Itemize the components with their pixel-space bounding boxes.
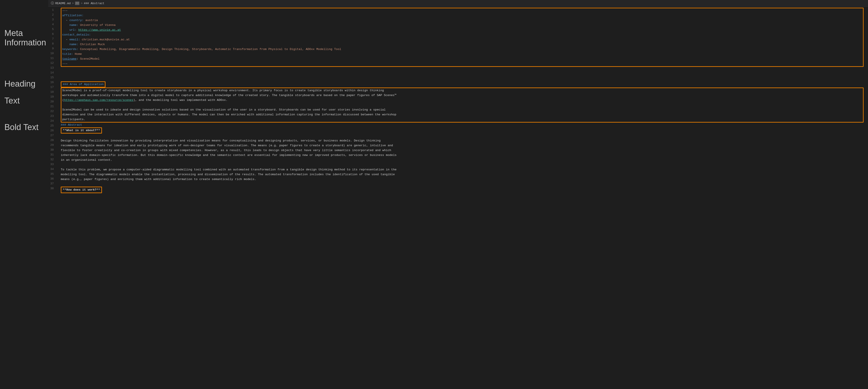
line-number-22: 22 [48, 109, 56, 114]
md-icon: ## [75, 2, 80, 5]
line-number-13: 13 [48, 66, 56, 70]
code-line-12: --- [62, 61, 862, 66]
code-line-1: --- [62, 8, 862, 13]
line-number-24: 24 [48, 119, 56, 124]
code-lines[interactable]: --- affiliation: - country: austria name… [58, 7, 868, 389]
line-number-19: 19 [48, 95, 56, 99]
line-number-4: 4 [48, 22, 56, 27]
line-number-15: 15 [48, 75, 56, 80]
code-line-26 [61, 134, 868, 138]
separator-2: > [81, 2, 83, 5]
code-line-29: flexible to foster creativity and co-cre… [61, 148, 868, 153]
annotation-panel: Meta Information Heading Text Bold Text [0, 0, 48, 389]
code-line-19: (https://apphaus.sap.com/resource/scenes… [62, 98, 862, 103]
line-number-25: 25 [48, 124, 56, 128]
editor-area: ⓘ README.md > ## > ### Abstract 12345678… [48, 0, 868, 389]
line-numbers: 1234567891011121314151617181920212223242… [48, 7, 58, 389]
code-line-30: inherently lack domain-specific informat… [61, 153, 868, 158]
code-line-2: affiliation: [62, 13, 862, 18]
code-line-13 [61, 67, 868, 72]
code-editor[interactable]: 1234567891011121314151617181920212223242… [48, 7, 868, 389]
line-number-11: 11 [48, 56, 56, 61]
code-line-22: dimension and the interaction with diffe… [62, 112, 862, 117]
line-number-21: 21 [48, 104, 56, 109]
code-line-9: keywords: Conceptual Modelling, Diagramm… [62, 47, 862, 52]
line-number-23: 23 [48, 114, 56, 119]
text-label: Text [0, 94, 24, 108]
line-number-16: 16 [48, 80, 56, 85]
code-line-4: name: University of Vienna [62, 23, 862, 28]
heading-label: Heading [0, 77, 40, 91]
line-number-5: 5 [48, 27, 56, 32]
line-number-7: 7 [48, 37, 56, 41]
line-number-28: 28 [48, 138, 56, 143]
line-number-8: 8 [48, 41, 56, 46]
code-line-27: Design thinking facilitates innovation b… [61, 138, 868, 143]
line-number-37: 37 [48, 181, 56, 186]
line-number-34: 34 [48, 167, 56, 172]
code-line-6: contact_details: [62, 32, 862, 37]
bold-text-label: Bold Text [0, 120, 43, 134]
line-number-10: 10 [48, 51, 56, 56]
line-number-9: 9 [48, 46, 56, 51]
line-number-29: 29 [48, 143, 56, 148]
code-line-34: modelling tool. The diagrammatic models … [61, 172, 868, 177]
code-line-17: Scene2Model is a proof-of-concept modell… [62, 88, 862, 93]
line-number-31: 31 [48, 152, 56, 157]
code-line-33: To tackle this problem, we propose a com… [61, 167, 868, 172]
line-number-33: 33 [48, 162, 56, 167]
line-number-27: 27 [48, 133, 56, 138]
bold-heading-box: **How does it work?** [61, 187, 102, 193]
line-number-20: 20 [48, 99, 56, 104]
code-line-14 [61, 72, 868, 76]
line-number-36: 36 [48, 176, 56, 181]
code-line-11: toolname: Scene2Model [62, 57, 862, 61]
line-number-14: 14 [48, 70, 56, 75]
line-number-12: 12 [48, 61, 56, 66]
separator-1: > [72, 2, 74, 5]
code-line-3: - country: austria [62, 18, 862, 23]
code-line-18: workshops and automatically transform th… [62, 93, 862, 98]
line-number-1: 1 [48, 8, 56, 12]
line-number-26: 26 [48, 128, 56, 133]
filename-label[interactable]: README.md [55, 2, 71, 5]
code-line-37: **How does it work?** [61, 187, 868, 193]
line-number-18: 18 [48, 90, 56, 95]
code-line-36 [61, 182, 868, 187]
code-line-21: Scene2Model can be used to ideate and de… [62, 107, 862, 112]
code-line-8: name: Christian Muck [62, 42, 862, 47]
line-number-30: 30 [48, 148, 56, 152]
code-line-38 [61, 193, 868, 198]
code-line-7: - email: christian.muck@univie.ac.at [62, 37, 862, 42]
breadcrumb-bar: ⓘ README.md > ## > ### Abstract [48, 0, 868, 7]
code-line-15 [61, 76, 868, 82]
info-icon: ⓘ [51, 1, 54, 5]
code-line-24: ### Abstract [61, 123, 868, 127]
code-line-20 [62, 103, 862, 107]
line-number-38: 38 [48, 186, 56, 191]
line-number-17: 17 [48, 85, 56, 90]
code-line-32 [61, 162, 868, 167]
code-line-28: recommends tangible means for ideation a… [61, 143, 868, 148]
code-line-25: **What is it about?** [61, 127, 868, 134]
code-line-16: ### Area of Application [61, 82, 868, 88]
code-line-31: in an organisational context. [61, 158, 868, 162]
line-number-35: 35 [48, 172, 56, 176]
line-number-32: 32 [48, 157, 56, 162]
meta-information-label: Meta Information [0, 26, 51, 50]
code-line-10: title: Home [62, 52, 862, 57]
section-label: ### Abstract [84, 2, 104, 5]
code-line-5: url: https://www.univie.ac.at [62, 28, 862, 32]
code-line-35: means (e.g., paper figures) and enrichin… [61, 177, 868, 182]
line-number-3: 3 [48, 17, 56, 22]
line-number-2: 2 [48, 12, 56, 17]
code-line-23: participants. [62, 117, 862, 122]
line-number-6: 6 [48, 32, 56, 37]
